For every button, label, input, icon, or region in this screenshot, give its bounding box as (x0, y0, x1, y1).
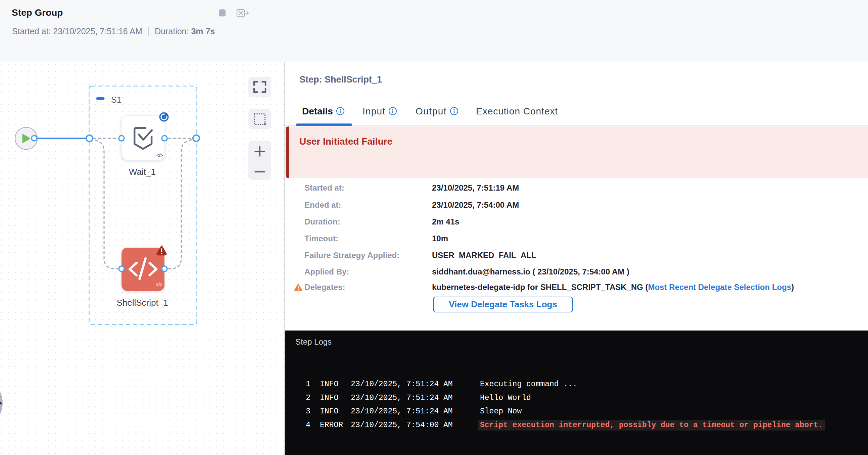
svg-text:S1: S1 (111, 95, 122, 104)
svg-text:Wait_1: Wait_1 (129, 167, 156, 177)
svg-text:ShellScript_1: ShellScript_1 (117, 298, 168, 308)
svg-text:</>: </> (156, 153, 163, 158)
svg-text:</>: </> (156, 282, 162, 287)
